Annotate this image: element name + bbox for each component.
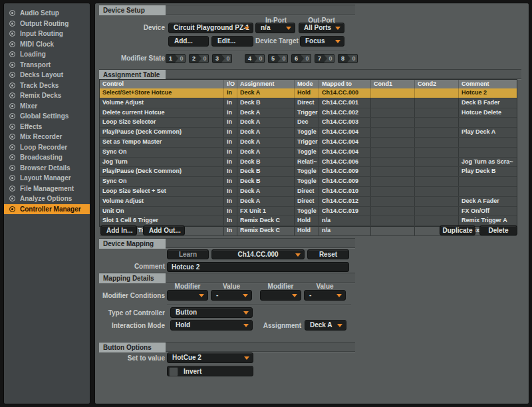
- add-in-button[interactable]: Add In...: [100, 225, 137, 235]
- table-row[interactable]: Play/Pause (Deck Common) In Deck B Toggl…: [100, 167, 517, 177]
- add-out-button[interactable]: Add Out...: [143, 225, 185, 235]
- assignment-dropdown[interactable]: Deck A: [305, 320, 346, 331]
- column-header-cond1[interactable]: Cond1: [370, 80, 414, 88]
- duplicate-button[interactable]: Duplicate: [440, 225, 475, 235]
- column-header-control[interactable]: Control: [100, 80, 223, 88]
- sidebar-item[interactable]: Mix Recorder: [4, 132, 90, 142]
- add-device-button[interactable]: Add...: [168, 36, 209, 47]
- type-of-controller-value: Button: [176, 309, 197, 316]
- type-of-controller-dropdown[interactable]: Button: [170, 307, 253, 318]
- sidebar-item[interactable]: Decks Layout: [4, 70, 90, 80]
- modifier-value: 0: [225, 55, 231, 63]
- sidebar-item[interactable]: File Management: [4, 184, 90, 194]
- device-label: Device: [95, 23, 165, 33]
- table-row[interactable]: Select/Set+Store Hotcue In Deck A Hold C…: [100, 88, 517, 98]
- cell-mapped-to: Ch14.CC.004: [319, 128, 370, 137]
- sidebar-item[interactable]: Loading: [4, 49, 90, 60]
- cell-cond2: [414, 216, 458, 225]
- value1-dropdown[interactable]: -: [211, 290, 252, 301]
- sidebar-item[interactable]: Layout Manager: [4, 173, 90, 184]
- cell-control: Slot 1 Cell 6 Trigger: [100, 216, 223, 225]
- sidebar-item[interactable]: Output Routing: [4, 19, 90, 29]
- reset-button[interactable]: Reset: [307, 249, 349, 259]
- cell-assignment: Deck A: [237, 197, 294, 206]
- modifier1-dropdown[interactable]: [167, 290, 208, 301]
- device-dropdown[interactable]: Circuit Playground PZ-1: [168, 23, 253, 33]
- sidebar-item[interactable]: Global Settings: [4, 111, 90, 122]
- interaction-mode-value: Hold: [176, 321, 190, 329]
- column-header-mode[interactable]: Mode: [294, 80, 319, 88]
- table-row[interactable]: Set as Tempo Master In Deck A Trigger Ch…: [100, 138, 517, 148]
- sidebar-item[interactable]: Analyze Options: [4, 194, 90, 204]
- preferences-sidebar: Audio Setup Output Routing Input Routing…: [3, 3, 90, 404]
- cell-mode: Direct: [294, 197, 319, 206]
- table-row[interactable]: Volume Adjust In Deck B Direct Ch14.CC.0…: [100, 98, 517, 108]
- sidebar-item[interactable]: MIDI Clock: [4, 39, 90, 50]
- cell-cond2: [414, 167, 458, 176]
- cell-control: Sync On: [100, 148, 223, 157]
- column-header-mapped-to[interactable]: Mapped to: [319, 80, 370, 88]
- learn-button[interactable]: Learn: [167, 249, 209, 259]
- table-row[interactable]: Sync On In Deck A Toggle Ch14.CC.004: [100, 148, 517, 158]
- sidebar-item-label: Decks Layout: [20, 71, 63, 78]
- table-row[interactable]: Slot 1 Cell 6 Trigger In Remix Deck C Ho…: [100, 216, 517, 226]
- sidebar-item[interactable]: Effects: [4, 122, 90, 132]
- cell-assignment: Deck B: [237, 98, 294, 108]
- chevron-down-icon: [337, 324, 342, 327]
- in-port-dropdown[interactable]: n/a: [255, 23, 295, 33]
- radio-icon: [9, 62, 15, 68]
- column-header-io[interactable]: I/O: [223, 80, 237, 88]
- edit-device-button[interactable]: Edit...: [211, 36, 253, 47]
- cell-mode: Toggle: [294, 207, 319, 216]
- modifier2-dropdown[interactable]: [260, 290, 301, 301]
- sidebar-item[interactable]: Remix Decks: [4, 90, 90, 101]
- cell-comment: Deck A Fader: [458, 197, 517, 206]
- device-target-dropdown-value: Focus: [305, 37, 325, 45]
- column-header-assignment[interactable]: Assignment: [237, 80, 294, 88]
- modifier-number: 4: [245, 55, 254, 63]
- cell-cond1: [370, 88, 414, 98]
- delete-button[interactable]: Delete: [479, 225, 517, 235]
- invert-checkbox[interactable]: [169, 367, 178, 376]
- sidebar-item[interactable]: Controller Manager: [4, 204, 90, 215]
- sidebar-item[interactable]: Mixer: [4, 101, 90, 112]
- cell-io: In: [223, 177, 237, 186]
- device-target-dropdown[interactable]: Focus: [300, 36, 344, 47]
- table-row[interactable]: Loop Size Selector In Deck A Dec Ch14.CC…: [100, 118, 517, 128]
- invert-toggle[interactable]: Invert: [167, 366, 253, 376]
- column-header-cond2[interactable]: Cond2: [414, 80, 458, 88]
- table-row[interactable]: Sync On In Deck B Toggle Ch14.CC.009: [100, 177, 517, 187]
- cell-io: In: [223, 226, 237, 235]
- modifier-value: 0: [304, 55, 311, 63]
- sidebar-item[interactable]: Broadcasting: [4, 152, 90, 163]
- chevron-down-icon: [335, 27, 340, 30]
- comment-input[interactable]: Hotcue 2: [167, 262, 349, 272]
- table-row[interactable]: Delete current Hotcue In Deck A Trigger …: [100, 108, 517, 118]
- sidebar-item[interactable]: Input Routing: [4, 29, 90, 39]
- cell-control: Loop Size Select + Set: [100, 187, 223, 196]
- column-header-comment[interactable]: Comment: [458, 80, 517, 88]
- set-to-value-dropdown[interactable]: HotCue 2: [167, 352, 253, 363]
- sidebar-item[interactable]: Browser Details: [4, 163, 90, 174]
- table-row[interactable]: Volume Adjust In Deck A Direct Ch14.CC.0…: [100, 197, 517, 207]
- sidebar-item[interactable]: Track Decks: [4, 80, 90, 91]
- sidebar-item[interactable]: Audio Setup: [4, 8, 90, 19]
- sidebar-item-label: Layout Manager: [20, 174, 71, 182]
- cell-mode: Relati~: [294, 158, 319, 167]
- cell-cond2: [414, 177, 458, 186]
- chevron-down-icon: [243, 311, 249, 315]
- sidebar-item[interactable]: Transport: [4, 60, 90, 70]
- radio-icon: [9, 144, 15, 150]
- sidebar-item[interactable]: Loop Recorder: [4, 142, 90, 153]
- table-row[interactable]: Loop Size Select + Set In Deck A Direct …: [100, 187, 517, 197]
- value2-dropdown[interactable]: -: [304, 290, 346, 301]
- midi-assignment-dropdown[interactable]: Ch14.CC.000: [211, 249, 305, 259]
- table-row[interactable]: Play/Pause (Deck Common) In Deck A Toggl…: [100, 128, 517, 138]
- button-options-section-header: Button Options: [99, 342, 355, 352]
- cell-control: Sync On: [100, 177, 223, 186]
- modifier-state-indicator: 7 0: [315, 54, 334, 63]
- table-row[interactable]: Unit On In FX Unit 1 Toggle Ch14.CC.019 …: [100, 207, 517, 217]
- cell-mapped-to: Ch14.CC.002: [319, 108, 370, 118]
- table-row[interactable]: Jog Turn In Deck B Relati~ Ch14.CC.006 J…: [100, 158, 517, 168]
- out-port-dropdown[interactable]: All Ports: [299, 23, 344, 33]
